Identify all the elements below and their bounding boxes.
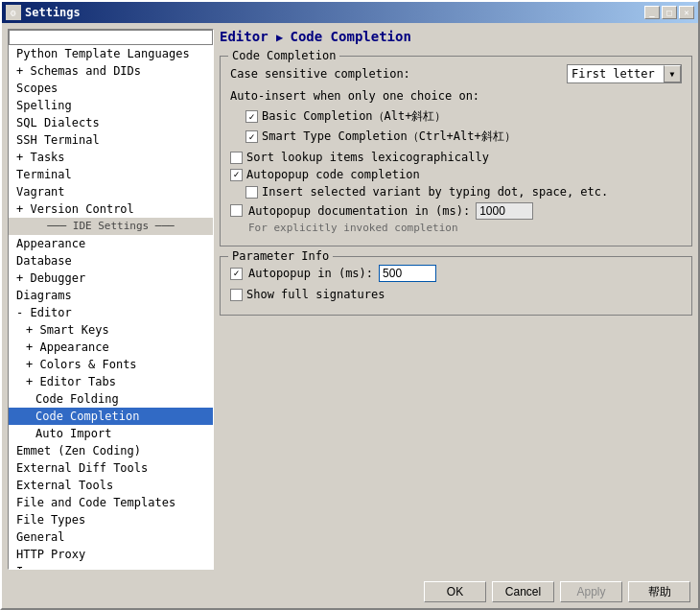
smart-type-checkbox[interactable]	[245, 130, 258, 143]
case-sensitive-label: Case sensitive completion:	[230, 67, 410, 81]
sidebar-item-schemas-dids[interactable]: + Schemas and DIDs	[9, 62, 213, 80]
auto-insert-label: Auto-insert when only one choice on:	[230, 89, 479, 103]
parameter-info-title: Parameter Info	[228, 249, 333, 263]
sidebar-item-appearance-ide[interactable]: Appearance	[9, 235, 213, 252]
sidebar-item-smart-keys[interactable]: + Smart Keys	[9, 321, 213, 339]
sidebar-item-file-code-templates[interactable]: File and Code Templates	[9, 494, 213, 511]
sidebar-item-spelling[interactable]: Spelling	[9, 97, 213, 114]
sidebar-search-input[interactable]	[9, 30, 213, 45]
case-sensitive-row: Case sensitive completion: First letter …	[230, 64, 682, 83]
autopopup-doc-label: Autopopup documentation in (ms):	[248, 204, 470, 218]
sidebar-item-appearance[interactable]: + Appearance	[9, 339, 213, 356]
sidebar-item-ide-settings: ─── IDE Settings ───	[9, 218, 213, 235]
sort-lookup-label: Sort lookup items lexicographically	[246, 151, 489, 164]
code-completion-title: Code Completion	[228, 49, 339, 62]
param-autopopup-label: Autopopup in (ms):	[248, 267, 373, 280]
sidebar-item-vagrant[interactable]: Vagrant	[9, 183, 213, 200]
sidebar-item-http-proxy[interactable]: HTTP Proxy	[9, 546, 213, 563]
show-full-checkbox[interactable]	[230, 289, 243, 301]
smart-type-row: Smart Type Completion（Ctrl+Alt+斜杠）	[245, 129, 682, 145]
parameter-info-section: Parameter Info Autopopup in (ms): Show f…	[220, 256, 692, 316]
autopopup-doc-hint: For explicitly invoked completion	[248, 222, 533, 234]
insert-variant-label: Insert selected variant by typing dot, s…	[262, 185, 608, 199]
right-panel: Editor ▶ Code Completion Code Completion…	[220, 29, 692, 570]
settings-window: ⚙ Settings _ □ ✕ Python Template Languag…	[0, 0, 700, 610]
sidebar-item-diagrams[interactable]: Diagrams	[9, 287, 213, 304]
sidebar-item-external-tools[interactable]: External Tools	[9, 477, 213, 494]
sidebar-item-scopes[interactable]: Scopes	[9, 80, 213, 97]
smart-type-label: Smart Type Completion（Ctrl+Alt+斜杠）	[262, 129, 516, 145]
autopopup-row: Autopopup code completion	[230, 168, 682, 181]
window-controls: _ □ ✕	[644, 6, 694, 19]
breadcrumb-completion: Code Completion	[290, 29, 410, 44]
auto-insert-row: Auto-insert when only one choice on:	[230, 89, 682, 103]
sidebar-item-images[interactable]: Images	[9, 563, 213, 570]
sidebar-item-debugger[interactable]: + Debugger	[9, 270, 213, 287]
case-sensitive-value: First letter	[568, 67, 664, 81]
insert-variant-row: Insert selected variant by typing dot, s…	[245, 185, 682, 199]
main-content: Python Template Languages+ Schemas and D…	[2, 23, 698, 575]
autopopup-checkbox[interactable]	[230, 169, 243, 181]
sort-lookup-row: Sort lookup items lexicographically	[230, 151, 682, 164]
case-sensitive-arrow[interactable]: ▼	[664, 65, 681, 82]
code-completion-section: Code Completion Case sensitive completio…	[220, 56, 692, 246]
autopopup-doc-checkbox[interactable]	[230, 204, 243, 217]
panel-header: Editor ▶ Code Completion	[220, 29, 692, 48]
sort-lookup-checkbox[interactable]	[230, 152, 243, 164]
sidebar-item-editor-tabs[interactable]: + Editor Tabs	[9, 373, 213, 390]
minimize-button[interactable]: _	[644, 6, 660, 19]
param-autopopup-checkbox[interactable]	[230, 268, 243, 280]
sidebar-item-emmet[interactable]: Emmet (Zen Coding)	[9, 442, 213, 459]
autopopup-doc-input[interactable]	[476, 202, 533, 220]
basic-completion-label: Basic Completion（Alt+斜杠）	[262, 108, 447, 125]
case-sensitive-dropdown[interactable]: First letter ▼	[567, 64, 682, 83]
sidebar-item-code-folding[interactable]: Code Folding	[9, 390, 213, 408]
sidebar-item-ssh-terminal[interactable]: SSH Terminal	[9, 131, 213, 149]
show-full-row: Show full signatures	[230, 288, 682, 301]
sidebar-item-file-types[interactable]: File Types	[9, 511, 213, 528]
sidebar-tree: Python Template Languages+ Schemas and D…	[8, 29, 214, 570]
sidebar-item-version-control[interactable]: + Version Control	[9, 200, 213, 218]
param-autopopup-row: Autopopup in (ms):	[230, 265, 682, 282]
sidebar-item-terminal[interactable]: Terminal	[9, 166, 213, 183]
window-icon: ⚙	[6, 5, 21, 20]
sidebar-item-editor[interactable]: - Editor	[9, 304, 213, 321]
sidebar-item-database[interactable]: Database	[9, 252, 213, 270]
help-button[interactable]: 帮助	[628, 581, 690, 602]
sidebar-item-sql-dialects[interactable]: SQL Dialects	[9, 114, 213, 131]
maximize-button[interactable]: □	[662, 6, 677, 19]
close-button[interactable]: ✕	[679, 6, 694, 19]
basic-completion-row: Basic Completion（Alt+斜杠）	[245, 108, 682, 125]
autopopup-doc-row: Autopopup documentation in (ms): For exp…	[230, 202, 682, 234]
bottom-bar: OK Cancel Apply 帮助	[2, 575, 698, 608]
title-bar: ⚙ Settings _ □ ✕	[2, 2, 698, 23]
sidebar-item-tasks[interactable]: + Tasks	[9, 149, 213, 166]
sidebar-item-general[interactable]: General	[9, 528, 213, 546]
window-title: Settings	[25, 6, 644, 19]
breadcrumb-arrow: ▶	[276, 31, 290, 44]
sidebar-item-auto-import[interactable]: Auto Import	[9, 425, 213, 442]
show-full-label: Show full signatures	[246, 288, 385, 301]
autopopup-label: Autopopup code completion	[246, 168, 420, 181]
basic-completion-checkbox[interactable]	[245, 110, 258, 123]
sidebar-item-colors-fonts[interactable]: + Colors & Fonts	[9, 356, 213, 373]
param-autopopup-input[interactable]	[379, 265, 436, 282]
breadcrumb-editor: Editor	[220, 29, 268, 44]
sidebar-item-external-diff[interactable]: External Diff Tools	[9, 459, 213, 477]
apply-button[interactable]: Apply	[560, 581, 622, 602]
cancel-button[interactable]: Cancel	[492, 581, 554, 602]
sidebar-item-code-completion[interactable]: Code Completion	[9, 408, 213, 425]
ok-button[interactable]: OK	[424, 581, 486, 602]
insert-variant-checkbox[interactable]	[245, 186, 258, 199]
sidebar-item-python-template[interactable]: Python Template Languages	[9, 45, 213, 62]
